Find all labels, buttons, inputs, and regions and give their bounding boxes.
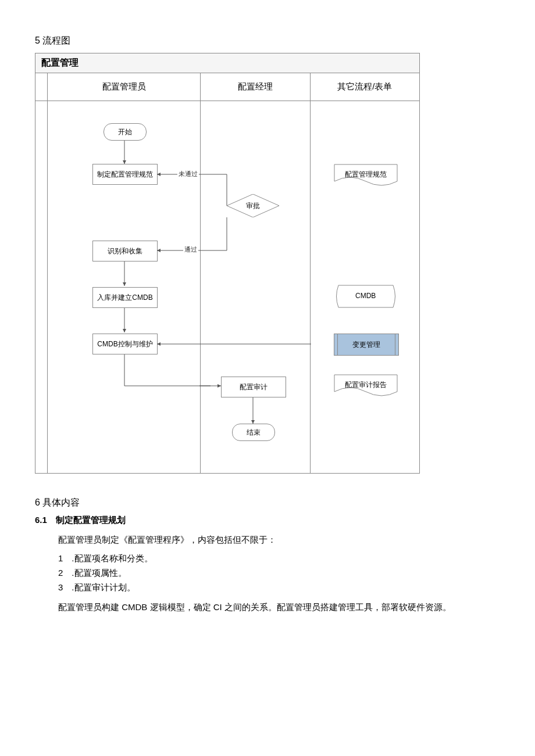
edge-fail-label: 未通过 [177,170,199,178]
section-6-1-title: 6.1 制定配置管理规划 [35,515,500,526]
section-6-title: 6 具体内容 [35,497,500,509]
section-6: 6 具体内容 6.1 制定配置管理规划 配置管理员制定《配置管理程序》，内容包括… [35,497,500,615]
doc-config-spec: 配置管理规范 [334,164,398,187]
flowchart-title: 配置管理 [35,53,419,73]
section-6-1-li3: 3 .配置审计计划。 [58,582,500,593]
section-6-1-li1: 1 .配置项名称和分类。 [58,553,500,564]
node-start: 开始 [104,123,147,141]
node-approve: 审批 [227,194,279,217]
node-audit: 配置审计 [221,377,286,397]
swimlane-headers: 配置管理员 配置经理 其它流程/表单 [35,73,419,101]
node-define-spec: 制定配置管理规范 [92,164,158,185]
node-end: 结束 [232,424,275,441]
lane-header-other: 其它流程/表单 [311,73,419,101]
flowchart-frame: 配置管理 配置管理员 配置经理 其它流程/表单 [35,53,420,474]
node-identify-collect: 识别和收集 [92,241,158,261]
swimlane-body: 开始 制定配置管理规范 识别和收集 入库并建立CMDB CMDB控制与维护 [35,101,419,473]
node-build-cmdb: 入库并建立CMDB [92,287,158,308]
lane-header-admin: 配置管理员 [48,73,201,101]
section-6-1-li2: 2 .配置项属性。 [58,568,500,579]
datastore-cmdb: CMDB [334,285,398,308]
node-cmdb-maintain: CMDB控制与维护 [92,334,158,354]
lane-header-manager: 配置经理 [201,73,310,101]
lane-manager: 审批 未通过 通过 配置审计 结束 [201,101,310,473]
section-6-1-p2: 配置管理员构建 CMDB 逻辑模型，确定 CI 之间的关系。配置管理员搭建管理工… [58,599,500,615]
lane-admin: 开始 制定配置管理规范 识别和收集 入库并建立CMDB CMDB控制与维护 [48,101,201,473]
node-change-mgmt: 变更管理 [334,334,399,356]
section-6-1-p1: 配置管理员制定《配置管理程序》，内容包括但不限于： [58,532,500,547]
section-5-title: 5 流程图 [35,35,500,47]
edge-pass-label: 通过 [183,245,198,254]
doc-audit-report: 配置审计报告 [334,374,398,397]
lane-other: 配置管理规范 CMDB 变更管理 配置审计报告 [311,101,419,473]
